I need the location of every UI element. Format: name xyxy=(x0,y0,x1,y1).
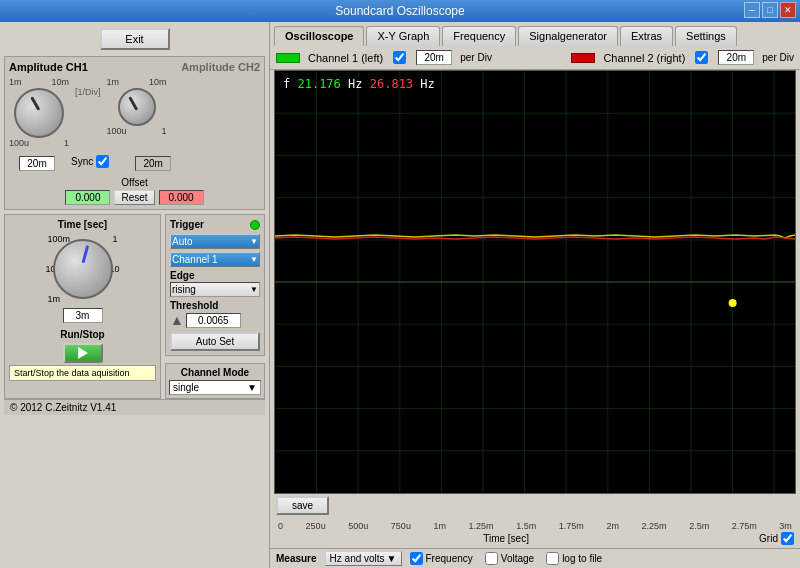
grid-checkbox-container: Grid xyxy=(759,532,794,545)
tooltip-bar: Start/Stop the data aquisition xyxy=(9,365,156,381)
ch2-sync-input[interactable] xyxy=(135,156,171,171)
measure-select-button[interactable]: Hz and volts ▼ xyxy=(325,551,402,566)
trigger-header: Trigger xyxy=(170,219,260,230)
svg-point-21 xyxy=(729,299,737,307)
tab-extras[interactable]: Extras xyxy=(620,26,673,46)
maximize-button[interactable]: □ xyxy=(762,2,778,18)
ch1-indicator xyxy=(276,53,300,63)
ch2-scale-bottom: 100u 1 xyxy=(107,126,167,136)
ch1-amplitude-knob[interactable] xyxy=(14,88,64,138)
offset-label: Offset xyxy=(121,177,148,188)
tab-signalgenerator[interactable]: Signalgenerator xyxy=(518,26,618,46)
div-label: [1/Div] xyxy=(75,87,101,97)
edge-select[interactable]: rising ▼ xyxy=(170,282,260,297)
close-button[interactable]: ✕ xyxy=(780,2,796,18)
edge-arrow: ▼ xyxy=(250,285,258,294)
scope-bottom: 0 250u 500u 750u 1m 1.25m 1.5m 1.75m 2m … xyxy=(270,518,800,548)
ch1-amplitude-label: Amplitude CH1 xyxy=(9,61,88,73)
time-input[interactable] xyxy=(63,308,103,323)
ch2-offset-input[interactable] xyxy=(159,190,204,205)
channel-arrow: ▼ xyxy=(250,255,258,264)
minimize-button[interactable]: ─ xyxy=(744,2,760,18)
ch1-sync-row xyxy=(19,156,55,171)
measure-bar: Measure Hz and volts ▼ Frequency Voltage… xyxy=(270,548,800,568)
measure-select-label: Hz and volts xyxy=(330,553,385,564)
threshold-input[interactable] xyxy=(186,313,241,328)
grid-svg xyxy=(275,71,795,493)
tab-settings[interactable]: Settings xyxy=(675,26,737,46)
trigger-section: Trigger Auto ▼ Channel 1 ▼ Edge rising xyxy=(165,214,265,356)
trigger-title: Trigger xyxy=(170,219,204,230)
ch1-label: Channel 1 (left) xyxy=(308,52,383,64)
ch1-checkbox[interactable] xyxy=(393,51,406,64)
voltage-checkbox[interactable] xyxy=(485,552,498,565)
ch1-scale-bottom: 100u 1 xyxy=(9,138,69,148)
ch2-sync-row xyxy=(135,156,171,171)
channel-label: Channel 1 xyxy=(172,254,218,265)
amplitude-section: Amplitude CH1 Amplitude CH2 1m 10m 100u … xyxy=(4,56,265,210)
ch1-scale-top: 1m 10m xyxy=(9,77,69,87)
freq-ch2-value: 26.813 xyxy=(370,77,413,91)
ch2-per-div-label: per Div xyxy=(762,52,794,63)
auto-label: Auto xyxy=(172,236,193,247)
trigger-led xyxy=(250,220,260,230)
main-layout: Exit Amplitude CH1 Amplitude CH2 1m 10m … xyxy=(0,22,800,568)
run-stop-label: Run/Stop xyxy=(9,329,156,340)
time-scale-1: 1 xyxy=(112,234,117,244)
left-footer: © 2012 C.Zeitnitz V1.41 xyxy=(4,399,265,415)
channel-mode-arrow: ▼ xyxy=(247,382,257,393)
edge-value: rising xyxy=(172,284,196,295)
frequency-checkbox[interactable] xyxy=(410,552,423,565)
run-stop-button[interactable] xyxy=(63,343,103,363)
ch2-amplitude-label: Amplitude CH2 xyxy=(181,61,260,73)
sync-middle: Sync xyxy=(71,152,109,171)
time-axis-container: 0 250u 500u 750u 1m 1.25m 1.5m 1.75m 2m … xyxy=(276,521,794,531)
time-axis-labels: 0 250u 500u 750u 1m 1.25m 1.5m 1.75m 2m … xyxy=(276,521,794,531)
ch2-amplitude-knob[interactable] xyxy=(118,88,156,126)
ch2-per-div-input[interactable] xyxy=(718,50,754,65)
tab-oscilloscope[interactable]: Oscilloscope xyxy=(274,26,364,46)
grid-checkbox[interactable] xyxy=(781,532,794,545)
time-knob-container: 100m 1 10m 10 1m xyxy=(48,234,118,304)
auto-select[interactable]: Auto ▼ xyxy=(170,234,260,249)
ch1-sync-input[interactable] xyxy=(19,156,55,171)
copyright-text: © 2012 C.Zeitnitz V1.41 xyxy=(10,402,116,413)
freq-hz2: Hz xyxy=(420,77,434,91)
app-title: Soundcard Oszilloscope xyxy=(335,4,464,18)
time-input-row xyxy=(9,308,156,323)
threshold-label: Threshold xyxy=(170,300,260,311)
log-label: log to file xyxy=(562,553,602,564)
tab-frequency[interactable]: Frequency xyxy=(442,26,516,46)
channel-controls: Channel 1 (left) per Div Channel 2 (righ… xyxy=(270,46,800,70)
save-btn-area: save xyxy=(270,494,800,518)
ch1-knob-container: 1m 10m 100u 1 xyxy=(9,77,69,148)
sync-checkbox[interactable] xyxy=(96,155,109,168)
ch1-per-div-input[interactable] xyxy=(416,50,452,65)
channel-mode-select[interactable]: single ▼ xyxy=(169,380,261,395)
reset-button[interactable]: Reset xyxy=(114,190,154,205)
offset-section: Offset Reset xyxy=(9,177,260,205)
title-bar: Soundcard Oszilloscope ─ □ ✕ xyxy=(0,0,800,22)
exit-button[interactable]: Exit xyxy=(100,28,170,50)
auto-set-button[interactable]: Auto Set xyxy=(170,332,260,351)
div-label-container: [1/Div] xyxy=(75,77,101,97)
ch2-checkbox[interactable] xyxy=(695,51,708,64)
right-panel: Oscilloscope X-Y Graph Frequency Signalg… xyxy=(270,22,800,568)
freq-ch1-value: 21.176 xyxy=(297,77,340,91)
ch2-scale-top: 1m 10m xyxy=(107,77,167,87)
freq-hz1: Hz xyxy=(348,77,362,91)
channel-mode-section: Channel Mode single ▼ xyxy=(165,363,265,399)
play-icon xyxy=(78,347,88,359)
save-button[interactable]: save xyxy=(276,496,329,515)
freq-f-label: f xyxy=(283,77,290,91)
grid-label: Grid xyxy=(759,533,778,544)
ch1-offset-input[interactable] xyxy=(65,190,110,205)
channel-select[interactable]: Channel 1 ▼ xyxy=(170,252,260,267)
log-checkbox[interactable] xyxy=(546,552,559,565)
channel-mode-label: Channel Mode xyxy=(169,367,261,378)
tab-xy-graph[interactable]: X-Y Graph xyxy=(366,26,440,46)
ch2-knob-container: 1m 10m 100u 1 xyxy=(107,77,167,136)
time-knob[interactable] xyxy=(53,239,113,299)
threshold-up-arrow[interactable]: ▲ xyxy=(170,312,184,328)
frequency-label: Frequency xyxy=(426,553,473,564)
